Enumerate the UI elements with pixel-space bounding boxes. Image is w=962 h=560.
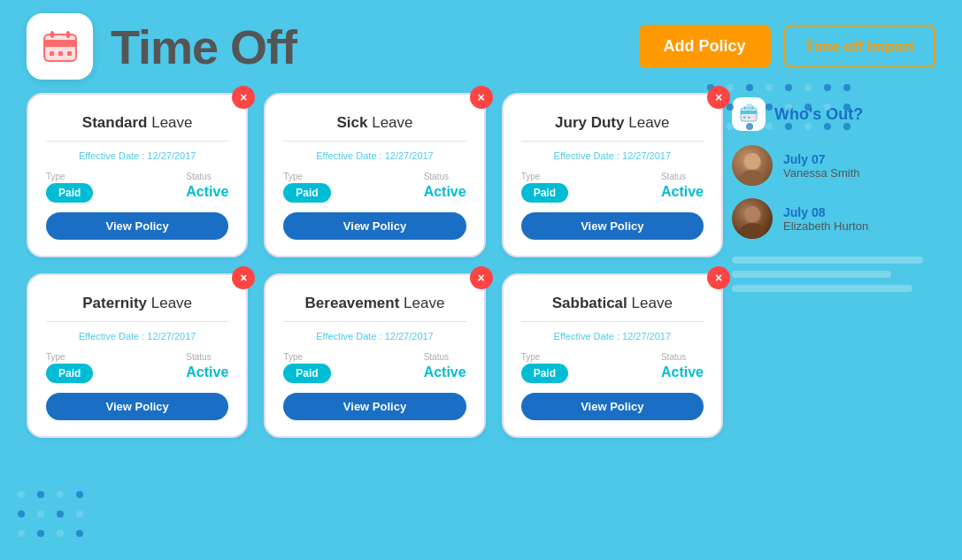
card-status-value-2: Active [424, 184, 466, 199]
card-type-badge-1: Paid [46, 183, 93, 203]
svg-rect-6 [67, 51, 72, 56]
policy-card-2: × Sick Leave Effective Date : 12/27/2017… [264, 93, 485, 257]
svg-rect-2 [50, 31, 54, 38]
card-status-value-3: Active [661, 184, 704, 199]
card-type-field-3: Type Paid [521, 172, 568, 200]
card-title-2: Sick Leave [283, 114, 466, 132]
card-status-label-1: Status [186, 172, 228, 181]
add-policy-button[interactable]: Add Policy [639, 25, 771, 68]
card-divider-4 [46, 321, 228, 322]
avatar-elizabeth [732, 198, 773, 239]
view-policy-button-3[interactable]: View Policy [521, 212, 704, 240]
card-type-badge-5: Paid [283, 364, 330, 383]
card-type-label-3: Type [521, 172, 568, 181]
person-info-2: July 08 Elizabeth Hurton [783, 205, 868, 233]
person-entry-1: July 07 Vanessa Smith [732, 145, 944, 186]
page-header: Time Off Add Policy Time off Import [0, 0, 962, 93]
card-close-5[interactable]: × [470, 266, 493, 289]
card-close-3[interactable]: × [707, 86, 730, 109]
policies-grid: × Standard Leave Effective Date : 12/27/… [27, 93, 723, 438]
card-status-field-2: Status Active [424, 172, 466, 200]
card-status-label-3: Status [661, 172, 704, 181]
sidebar: Who's Out? July 07 Vanessa Smith [732, 93, 944, 438]
card-type-field-6: Type Paid [521, 352, 568, 380]
card-effective-5: Effective Date : 12/27/2017 [283, 331, 466, 341]
policy-card-5: × Bereavement Leave Effective Date : 12/… [264, 273, 485, 438]
card-status-value-6: Active [661, 364, 704, 380]
svg-rect-3 [66, 31, 70, 38]
calendar-icon [41, 27, 80, 66]
card-title-4: Paternity Leave [46, 295, 228, 312]
page-title: Time Off [111, 19, 296, 74]
card-fields-3: Type Paid Status Active [521, 172, 704, 200]
card-fields-5: Type Paid Status Active [283, 352, 466, 380]
time-off-import-button[interactable]: Time off Import [784, 25, 935, 68]
card-effective-2: Effective Date : 12/27/2017 [283, 150, 466, 161]
card-divider-2 [283, 141, 466, 142]
sidebar-bar-3 [732, 285, 912, 292]
svg-point-17 [740, 223, 765, 239]
card-close-2[interactable]: × [470, 86, 493, 109]
person-entry-2: July 08 Elizabeth Hurton [732, 198, 944, 239]
card-status-value-1: Active [186, 184, 228, 199]
card-divider-1 [46, 141, 228, 142]
card-type-field-4: Type Paid [46, 352, 93, 380]
card-status-label-6: Status [661, 352, 704, 362]
card-close-1[interactable]: × [232, 86, 255, 109]
person-name-1: Vanessa Smith [783, 166, 859, 180]
sidebar-bar-2 [732, 271, 891, 278]
header-buttons: Add Policy Time off Import [639, 25, 935, 68]
card-divider-3 [521, 141, 704, 142]
card-fields-1: Type Paid Status Active [46, 172, 228, 200]
card-type-field-2: Type Paid [283, 172, 330, 200]
card-status-field-6: Status Active [661, 352, 704, 380]
card-type-label-5: Type [283, 352, 330, 362]
card-effective-4: Effective Date : 12/27/2017 [46, 331, 228, 341]
sidebar-bars [732, 257, 944, 292]
card-status-field-4: Status Active [186, 352, 228, 380]
card-close-4[interactable]: × [232, 266, 255, 289]
view-policy-button-6[interactable]: View Policy [521, 393, 704, 420]
card-effective-6: Effective Date : 12/27/2017 [521, 331, 704, 341]
card-status-field-5: Status Active [424, 352, 466, 380]
card-status-value-5: Active [424, 364, 466, 380]
card-status-label-5: Status [424, 352, 466, 362]
card-type-field-1: Type Paid [46, 172, 93, 200]
view-policy-button-4[interactable]: View Policy [46, 393, 228, 420]
svg-point-15 [744, 153, 760, 169]
svg-rect-1 [44, 40, 76, 47]
card-type-badge-6: Paid [521, 364, 568, 383]
card-fields-6: Type Paid Status Active [521, 352, 704, 380]
view-policy-button-2[interactable]: View Policy [283, 212, 466, 240]
svg-rect-5 [58, 51, 63, 56]
policy-card-1: × Standard Leave Effective Date : 12/27/… [27, 93, 248, 257]
svg-point-14 [740, 170, 765, 186]
card-divider-6 [521, 321, 704, 322]
view-policy-button-5[interactable]: View Policy [283, 393, 466, 420]
policy-card-6: × Sabbatical Leave Effective Date : 12/2… [502, 273, 723, 438]
view-policy-button-1[interactable]: View Policy [46, 212, 228, 240]
card-title-6: Sabbatical Leave [521, 295, 704, 312]
card-fields-4: Type Paid Status Active [46, 352, 228, 380]
card-status-field-3: Status Active [661, 172, 704, 200]
card-status-field-1: Status Active [186, 172, 228, 200]
svg-rect-0 [44, 35, 76, 61]
card-type-label-2: Type [283, 172, 330, 181]
person-info-1: July 07 Vanessa Smith [783, 152, 859, 180]
card-title-5: Bereavement Leave [283, 295, 466, 312]
card-close-6[interactable]: × [707, 266, 730, 289]
card-type-badge-4: Paid [46, 364, 93, 383]
person-date-2: July 08 [783, 205, 868, 219]
card-type-label-4: Type [46, 352, 93, 362]
card-status-value-4: Active [186, 364, 228, 380]
svg-point-18 [744, 206, 760, 222]
decorative-dots-bottom-left [18, 491, 89, 542]
card-type-badge-3: Paid [521, 183, 568, 203]
card-type-label-1: Type [46, 172, 93, 181]
card-title-1: Standard Leave [46, 114, 228, 132]
card-effective-3: Effective Date : 12/27/2017 [521, 150, 704, 161]
card-effective-1: Effective Date : 12/27/2017 [46, 150, 228, 161]
main-content: × Standard Leave Effective Date : 12/27/… [0, 93, 962, 438]
card-title-3: Jury Duty Leave [521, 114, 704, 132]
policy-card-4: × Paternity Leave Effective Date : 12/27… [27, 273, 248, 438]
